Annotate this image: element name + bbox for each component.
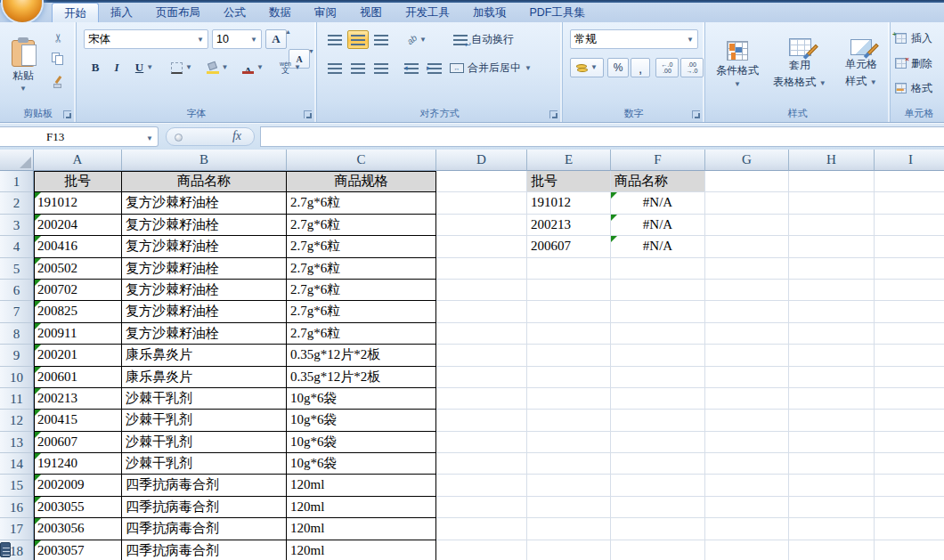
border-button[interactable]: ▼	[166, 58, 198, 77]
cell-C9[interactable]: 0.35g*12片*2板	[287, 345, 436, 366]
cell-A12[interactable]: 200415	[34, 410, 122, 431]
cell-G5[interactable]	[705, 258, 789, 280]
cell-F14[interactable]	[611, 453, 705, 475]
cell-F10[interactable]	[611, 367, 705, 388]
cell-C3[interactable]: 2.7g*6粒	[287, 215, 436, 236]
cell-E9[interactable]	[527, 345, 611, 366]
cell-G7[interactable]	[705, 301, 789, 322]
cell-E13[interactable]	[527, 432, 611, 453]
cell-F13[interactable]	[611, 432, 705, 453]
cell-C2[interactable]: 2.7g*6粒	[287, 192, 436, 214]
cell-I9[interactable]	[875, 345, 944, 366]
cell-D3[interactable]	[436, 215, 527, 236]
cell-B18[interactable]: 四季抗病毒合剂	[122, 540, 287, 560]
merge-center-button[interactable]: ↔ 合并后居中 ▼	[449, 59, 561, 77]
font-size-combo[interactable]: 10▼	[212, 29, 262, 49]
cell-I15[interactable]	[875, 475, 944, 496]
cell-E2[interactable]: 191012	[527, 192, 611, 214]
cell-H7[interactable]	[789, 301, 875, 322]
cell-F4[interactable]: #N/A	[611, 236, 705, 257]
wrap-text-button[interactable]: ↩ 自动换行	[452, 30, 557, 49]
ribbon-tab-5[interactable]: 审阅	[303, 3, 348, 22]
cell-B11[interactable]: 沙棘干乳剂	[122, 388, 287, 410]
cell-B10[interactable]: 康乐鼻炎片	[122, 367, 287, 388]
orientation-button[interactable]: ab▼	[401, 30, 433, 49]
cell-H6[interactable]	[789, 280, 875, 301]
cell-D10[interactable]	[436, 367, 527, 388]
cell-G11[interactable]	[705, 388, 789, 410]
column-header-H[interactable]: H	[789, 150, 875, 171]
cell-I11[interactable]	[875, 388, 944, 410]
font-dialog-launcher-icon[interactable]	[304, 110, 312, 118]
cell-E18[interactable]	[527, 540, 611, 560]
row-header-2[interactable]: 2	[0, 192, 34, 214]
cell-I18[interactable]	[875, 540, 944, 560]
cell-D7[interactable]	[436, 301, 527, 322]
fill-color-button[interactable]: ▼	[201, 58, 233, 77]
ribbon-tab-7[interactable]: 开发工具	[394, 3, 461, 22]
comma-style-button[interactable]: ,	[631, 58, 650, 77]
cell-G14[interactable]	[705, 453, 789, 475]
cell-G8[interactable]	[705, 323, 789, 345]
cell-B14[interactable]: 沙棘干乳剂	[122, 453, 287, 475]
cell-E14[interactable]	[527, 453, 611, 475]
cell-A11[interactable]: 200213	[34, 388, 122, 410]
cell-H13[interactable]	[789, 432, 875, 453]
cell-C4[interactable]: 2.7g*6粒	[287, 236, 436, 257]
cell-D4[interactable]	[436, 236, 527, 257]
cell-F1[interactable]: 商品名称	[611, 171, 705, 192]
cell-G12[interactable]	[705, 410, 789, 431]
row-header-10[interactable]: 10	[0, 367, 34, 388]
cell-H3[interactable]	[789, 215, 875, 236]
cell-styles-button[interactable]: 单元格 样式 ▼	[834, 26, 889, 102]
cell-G15[interactable]	[705, 475, 789, 496]
bold-button[interactable]: B	[85, 58, 105, 77]
cell-D8[interactable]	[436, 323, 527, 345]
clipboard-dialog-launcher-icon[interactable]	[63, 110, 71, 118]
cell-D16[interactable]	[436, 497, 527, 518]
ribbon-tab-1[interactable]: 插入	[99, 3, 144, 22]
cell-H15[interactable]	[789, 475, 875, 496]
ribbon-tab-8[interactable]: 加载项	[461, 3, 518, 22]
cell-E11[interactable]	[527, 388, 611, 410]
cell-A16[interactable]: 2003055	[34, 497, 122, 518]
cell-G10[interactable]	[705, 367, 789, 388]
align-right-button[interactable]	[370, 59, 392, 77]
cell-I8[interactable]	[875, 323, 944, 345]
cell-E8[interactable]	[527, 323, 611, 345]
cell-B2[interactable]: 复方沙棘籽油栓	[122, 192, 287, 214]
cell-F11[interactable]	[611, 388, 705, 410]
copy-button[interactable]	[48, 51, 68, 67]
column-header-G[interactable]: G	[705, 150, 789, 171]
cell-E10[interactable]	[527, 367, 611, 388]
row-header-3[interactable]: 3	[0, 215, 34, 236]
cell-I13[interactable]	[875, 432, 944, 453]
cell-D1[interactable]	[436, 171, 527, 192]
cell-B16[interactable]: 四季抗病毒合剂	[122, 497, 287, 518]
row-header-5[interactable]: 5	[0, 258, 34, 280]
increase-decimal-button[interactable]: ←.0 .00	[655, 58, 679, 77]
cell-D18[interactable]	[436, 540, 527, 560]
cell-F6[interactable]	[611, 280, 705, 301]
floating-doc-icon[interactable]	[0, 542, 11, 557]
column-header-D[interactable]: D	[436, 150, 527, 171]
formula-input[interactable]	[260, 126, 944, 147]
cell-G9[interactable]	[705, 345, 789, 366]
phonetic-guide-button[interactable]: wén文▼	[273, 58, 308, 77]
cell-A18[interactable]: 2003057	[34, 540, 122, 560]
cell-B9[interactable]: 康乐鼻炎片	[122, 345, 287, 366]
row-header-12[interactable]: 12	[0, 410, 34, 431]
ribbon-tab-3[interactable]: 公式	[212, 3, 257, 22]
cell-I12[interactable]	[875, 410, 944, 431]
cell-C11[interactable]: 10g*6袋	[287, 388, 436, 410]
cell-A15[interactable]: 2002009	[34, 475, 122, 496]
cell-C7[interactable]: 2.7g*6粒	[287, 301, 436, 322]
align-bottom-button[interactable]	[370, 30, 392, 49]
cell-G3[interactable]	[705, 215, 789, 236]
cell-F17[interactable]	[611, 518, 705, 540]
ribbon-tab-4[interactable]: 数据	[257, 3, 303, 22]
decrease-decimal-button[interactable]: .00 →.0	[680, 58, 704, 77]
row-header-6[interactable]: 6	[0, 280, 34, 301]
cell-I6[interactable]	[875, 280, 944, 301]
column-header-E[interactable]: E	[527, 150, 611, 171]
